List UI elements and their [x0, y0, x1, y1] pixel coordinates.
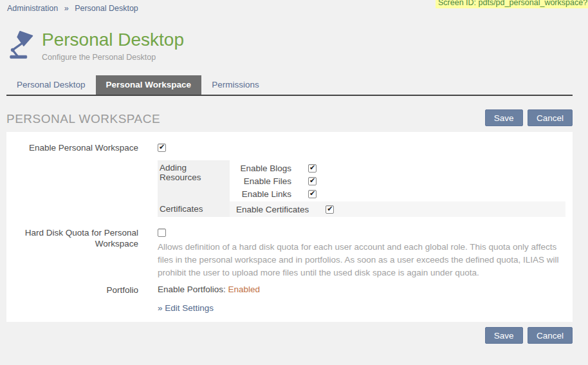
enable-blogs-label: Enable Blogs: [236, 164, 291, 173]
certificates-items: Enable Certificates: [236, 201, 334, 217]
edit-settings-link[interactable]: » Edit Settings: [158, 303, 214, 313]
enable-workspace-checkbox[interactable]: [158, 144, 166, 152]
portfolio-status-value: Enabled: [228, 285, 261, 294]
breadcrumb-personal-desktop[interactable]: Personal Desktop: [75, 4, 138, 13]
bottom-actions: Save Cancel: [6, 327, 573, 344]
portfolio-status-label: Enable Portfolios:: [158, 285, 226, 294]
certificates-group: Certificates Enable Certificates: [158, 201, 565, 217]
page-title: Personal Desktop: [42, 29, 184, 51]
quota-row: Hard Disk Quota for Personal Workspace A…: [6, 227, 573, 279]
enable-certificates-row: Enable Certificates: [236, 203, 334, 216]
enable-files-row: Enable Files: [236, 174, 317, 187]
save-button-top[interactable]: Save: [485, 109, 523, 126]
page-header-text: Personal Desktop Configure the Personal …: [42, 29, 184, 62]
page: Screen ID: pdts/pd_personal_workspace? A…: [0, 0, 588, 365]
enable-certificates-checkbox[interactable]: [326, 205, 334, 214]
breadcrumb-administration[interactable]: Administration: [7, 4, 58, 13]
enable-files-checkbox[interactable]: [308, 177, 317, 185]
portfolio-label: Portfolio: [6, 285, 138, 313]
enable-links-label: Enable Links: [236, 189, 291, 199]
adding-resources-label: Adding Resources: [158, 160, 230, 201]
save-button-bottom[interactable]: Save: [485, 327, 523, 344]
settings-form: Enable Personal Workspace Adding Resourc…: [6, 132, 573, 322]
quota-checkbox[interactable]: [158, 229, 166, 237]
enable-workspace-content: [158, 142, 166, 153]
tab-personal-workspace[interactable]: Personal Workspace: [96, 75, 202, 95]
tab-personal-desktop[interactable]: Personal Desktop: [6, 75, 96, 95]
enable-certificates-label: Enable Certificates: [236, 205, 309, 214]
cancel-button-bottom[interactable]: Cancel: [528, 327, 573, 344]
desk-lamp-icon: [7, 30, 37, 60]
portfolio-status: Enable Portfolios: Enabled: [158, 285, 260, 294]
certificates-label: Certificates: [158, 201, 230, 217]
section-header-row: PERSONAL WORKSPACE Save Cancel: [6, 109, 573, 126]
enable-links-row: Enable Links: [236, 187, 317, 200]
page-header: Personal Desktop Configure the Personal …: [7, 29, 588, 62]
enable-blogs-row: Enable Blogs: [236, 162, 317, 174]
enable-links-checkbox[interactable]: [308, 190, 317, 198]
quota-content: Allows definition of a hard disk quota f…: [158, 227, 569, 279]
screen-id-text: Screen ID: pdts/pd_personal_workspace?: [438, 0, 587, 7]
quota-help-text: Allows definition of a hard disk quota f…: [158, 241, 569, 279]
workspace-sub-settings: Adding Resources Enable Blogs Enable Fil…: [158, 160, 565, 217]
adding-resources-items: Enable Blogs Enable Files Enable Links: [236, 160, 317, 201]
top-actions: Save Cancel: [485, 109, 573, 126]
screen-id-badge: Screen ID: pdts/pd_personal_workspace?: [436, 0, 588, 8]
enable-files-label: Enable Files: [236, 176, 291, 186]
adding-resources-group: Adding Resources Enable Blogs Enable Fil…: [158, 160, 565, 201]
enable-workspace-label: Enable Personal Workspace: [6, 142, 138, 153]
enable-workspace-row: Enable Personal Workspace: [6, 142, 573, 153]
tab-permissions[interactable]: Permissions: [201, 75, 270, 95]
quota-label: Hard Disk Quota for Personal Workspace: [6, 227, 138, 279]
page-subtitle: Configure the Personal Desktop: [42, 53, 184, 62]
cancel-button-top[interactable]: Cancel: [528, 109, 573, 126]
section-title: PERSONAL WORKSPACE: [6, 112, 160, 126]
breadcrumb-separator: »: [64, 4, 69, 13]
portfolio-row: Portfolio Enable Portfolios: Enabled » E…: [6, 285, 573, 313]
tab-bar: Personal Desktop Personal Workspace Perm…: [6, 75, 573, 96]
portfolio-content: Enable Portfolios: Enabled » Edit Settin…: [158, 285, 260, 313]
enable-blogs-checkbox[interactable]: [308, 164, 317, 173]
